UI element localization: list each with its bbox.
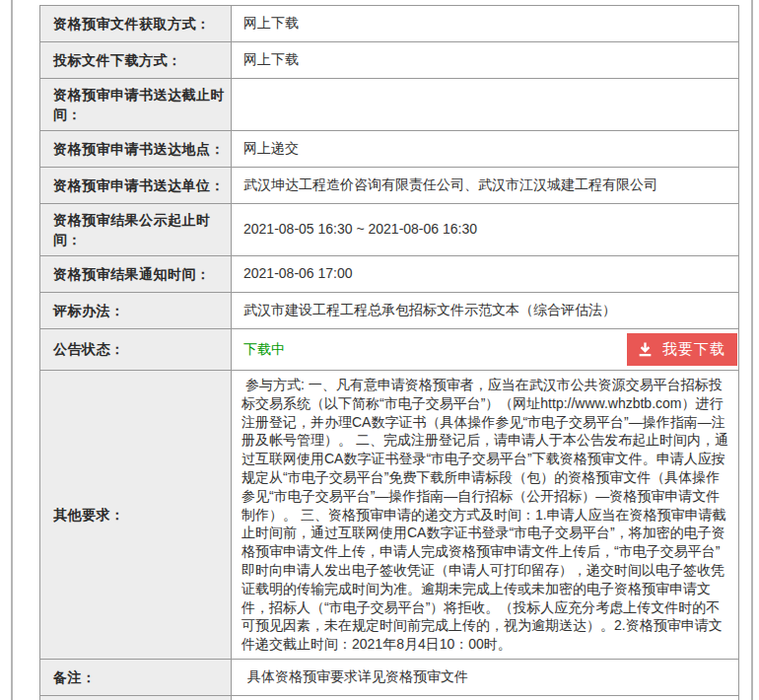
table-row: 投标文件下载方式： 网上下载 — [40, 42, 739, 79]
row-label — [40, 695, 232, 700]
table-row-partial — [40, 695, 739, 700]
row-value — [232, 695, 739, 700]
row-label: 资格预审申请书送达截止时间： — [40, 79, 232, 131]
row-label: 评标办法： — [40, 293, 232, 329]
page-left-rule — [11, 0, 13, 700]
table-row-remarks: 备注： 具体资格预审要求详见资格预审文件 — [40, 659, 739, 695]
row-value: 网上下载 — [232, 42, 739, 79]
table-row: 资格预审申请书送达截止时间： — [40, 79, 739, 131]
download-icon — [637, 341, 654, 358]
status-badge: 下载中 — [243, 340, 285, 360]
download-button-label: 我要下载 — [662, 340, 725, 359]
table-row: 资格预审申请书送达地点： 网上递交 — [40, 131, 739, 168]
row-label: 投标文件下载方式： — [40, 42, 232, 79]
row-value: 网上下载 — [232, 6, 739, 42]
table-row: 评标办法： 武汉市建设工程工程总承包招标文件示范文本（综合评估法） — [40, 293, 739, 329]
row-label: 资格预审文件获取方式： — [40, 6, 232, 42]
table-row: 资格预审结果通知时间： 2021-08-06 17:00 — [40, 256, 739, 293]
row-value: 武汉坤达工程造价咨询有限责任公司、武汉市江汉城建工程有限公司 — [232, 168, 739, 204]
announcement-detail-table: 资格预审文件获取方式： 网上下载 投标文件下载方式： 网上下载 资格预审申请书送… — [39, 5, 739, 700]
row-value: 参与方式: 一、凡有意申请资格预审者，应当在武汉市公共资源交易平台招标投标交易系… — [232, 371, 739, 660]
row-label: 资格预审结果公示起止时间： — [40, 204, 232, 256]
row-value: 2021-08-05 16:30 ~ 2021-08-06 16:30 — [232, 204, 739, 256]
row-label: 资格预审申请书送达单位： — [40, 168, 232, 204]
row-value — [232, 79, 739, 131]
page-right-rule — [751, 0, 753, 700]
table-row: 资格预审结果公示起止时间： 2021-08-05 16:30 ~ 2021-08… — [40, 204, 739, 256]
table-row-announcement-status: 公告状态： 下载中 我要下载 — [40, 329, 739, 371]
row-label: 资格预审申请书送达地点： — [40, 131, 232, 168]
row-label: 备注： — [40, 659, 232, 695]
row-label: 公告状态： — [40, 329, 232, 371]
download-button[interactable]: 我要下载 — [627, 333, 737, 366]
table-row-other-requirements: 其他要求： 参与方式: 一、凡有意申请资格预审者，应当在武汉市公共资源交易平台招… — [40, 371, 739, 660]
row-label: 其他要求： — [40, 371, 232, 660]
row-value: 具体资格预审要求详见资格预审文件 — [232, 659, 739, 695]
row-label: 资格预审结果通知时间： — [40, 256, 232, 293]
row-value: 武汉市建设工程工程总承包招标文件示范文本（综合评估法） — [232, 293, 739, 329]
row-value: 网上递交 — [232, 131, 739, 168]
row-value: 2021-08-06 17:00 — [232, 256, 739, 293]
table-row: 资格预审文件获取方式： 网上下载 — [40, 6, 739, 42]
table-row: 资格预审申请书送达单位： 武汉坤达工程造价咨询有限责任公司、武汉市江汉城建工程有… — [40, 168, 739, 204]
